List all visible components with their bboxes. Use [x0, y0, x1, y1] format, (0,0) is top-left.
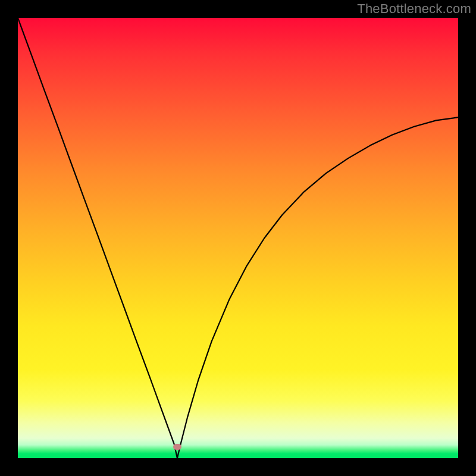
bottleneck-curve: [18, 18, 458, 458]
plot-area: [18, 18, 458, 458]
outer-frame: TheBottleneck.com: [0, 0, 476, 476]
watermark-text: TheBottleneck.com: [357, 1, 471, 17]
optimum-marker: [173, 444, 181, 450]
curve-path: [18, 18, 458, 458]
